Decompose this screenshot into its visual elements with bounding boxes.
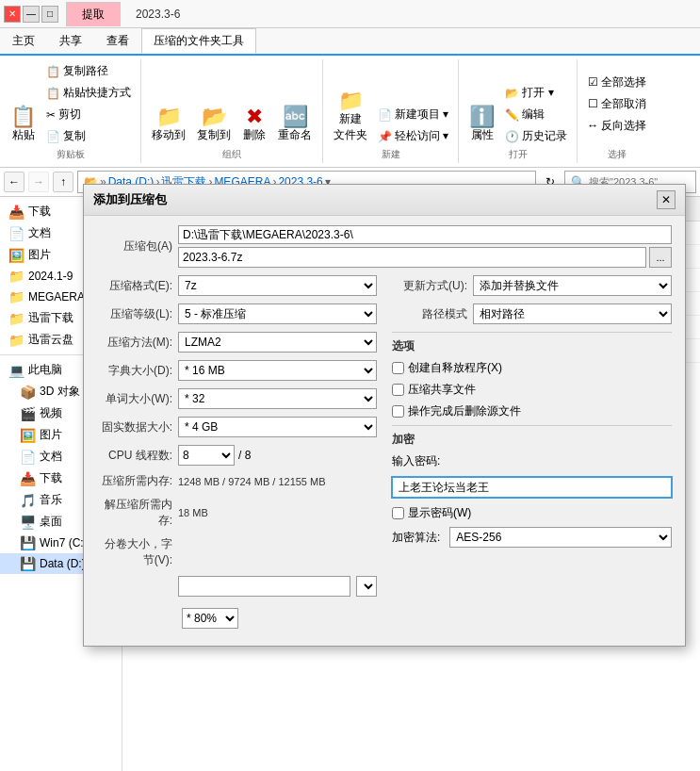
dict-label: 字典大小(D): [97, 363, 172, 379]
sidebar-label-win7c: Win7 (C:) [40, 536, 88, 550]
forward-button[interactable]: → [28, 172, 49, 192]
cut-icon: ✂ [46, 108, 56, 122]
group-select: ☑ 全部选择 ☐ 全部取消 ↔ 反向选择 选择 [578, 59, 656, 163]
password-input[interactable] [392, 477, 672, 498]
rename-button[interactable]: 🔤 重命名 [273, 104, 317, 146]
dialog-right: 更新方式(U): 添加并替换文件 路径模式 相对路径 选项 [392, 275, 672, 604]
dict-select[interactable]: * 16 MB [178, 360, 377, 381]
desktop-icon: 🖥️ [19, 515, 36, 530]
select-none-button[interactable]: ☐ 全部取消 [584, 94, 650, 114]
option-shared: 压缩共享文件 [392, 382, 672, 398]
cpu-total-label: / 8 [238, 449, 251, 462]
history-button[interactable]: 🕐 历史记录 [501, 126, 571, 146]
update-select[interactable]: 添加并替换文件 [473, 275, 672, 296]
select-group-label: 选择 [608, 148, 627, 161]
copy-label: 复制 [63, 128, 86, 144]
encrypt-divider [392, 425, 672, 426]
vol-unit-select[interactable] [356, 576, 377, 597]
select-all-button[interactable]: ☑ 全部选择 [584, 73, 650, 92]
sidebar-label-doc2: 文档 [40, 449, 62, 465]
new-item-button[interactable]: 📄 新建项目 ▾ [374, 105, 452, 124]
dialog-close-button[interactable]: ✕ [657, 190, 676, 209]
delete-icon: ✖ [246, 107, 263, 127]
properties-icon: ℹ️ [469, 107, 495, 127]
show-password-checkbox[interactable] [392, 507, 404, 519]
encrypt-method-select[interactable]: AES-256 [449, 527, 672, 548]
delete-button[interactable]: ✖ 删除 [237, 104, 271, 146]
docs-icon: 📄 [8, 226, 24, 241]
compress-ratio-row: * 80% [97, 608, 672, 629]
new-buttons: 📁 新建文件夹 📄 新建项目 ▾ 📌 轻松访问 ▾ [329, 61, 452, 146]
rename-icon: 🔤 [283, 107, 308, 127]
folder-megaera-icon: 📁 [8, 289, 24, 304]
move-icon: 📁 [156, 107, 182, 127]
dict-row: 字典大小(D): * 16 MB [97, 360, 377, 381]
select-none-icon: ☐ [588, 97, 598, 110]
up-button[interactable]: ↑ [53, 172, 73, 192]
edit-label: 编辑 [522, 107, 545, 123]
solid-row: 固实数据大小: * 4 GB [97, 417, 377, 437]
method-select[interactable]: LZMA2 [178, 332, 377, 353]
copy-path-label: 复制路径 [63, 63, 108, 79]
mem-label: 压缩所需内存: [97, 473, 172, 489]
move-to-button[interactable]: 📁 移动到 [147, 104, 190, 146]
open-group-label: 打开 [509, 148, 528, 161]
solid-select[interactable]: * 4 GB [178, 417, 377, 437]
format-select[interactable]: 7z [178, 275, 377, 296]
archive-path-input[interactable] [178, 225, 672, 244]
password-prompt-row: 输入密码: [392, 453, 672, 469]
paste-shortcut-button[interactable]: 📋 粘贴快捷方式 [42, 83, 135, 103]
minimize-button[interactable]: — [23, 6, 40, 23]
word-select[interactable]: * 32 [178, 388, 377, 409]
easy-access-label: 轻松访问 ▾ [395, 128, 448, 144]
level-select[interactable]: 5 - 标准压缩 [178, 303, 377, 324]
download-icon: 📥 [8, 205, 24, 220]
dialog-title-bar: 添加到压缩包 ✕ [84, 185, 685, 216]
options-divider [392, 332, 672, 333]
properties-button[interactable]: ℹ️ 属性 [464, 104, 499, 146]
video-icon: 🎬 [19, 406, 36, 421]
edit-icon: ✏️ [505, 108, 519, 122]
path-select[interactable]: 相对路径 [473, 303, 672, 324]
vol-input[interactable] [178, 576, 350, 597]
cpu-select[interactable]: 8 [178, 445, 235, 466]
folder-2024-icon: 📁 [8, 269, 24, 284]
invert-select-button[interactable]: ↔ 反向选择 [583, 116, 650, 136]
back-button[interactable]: ← [4, 172, 24, 192]
selfextract-checkbox[interactable] [392, 362, 404, 374]
copy-button[interactable]: 📄 复制 [42, 126, 135, 146]
sidebar-label-pictures: 图片 [28, 247, 51, 263]
delete-src-checkbox[interactable] [392, 405, 404, 418]
tab-home[interactable]: 主页 [0, 28, 47, 54]
vol-label: 分卷大小，字节(V): [97, 536, 172, 568]
new-item-icon: 📄 [378, 108, 392, 122]
group-new: 📁 新建文件夹 📄 新建项目 ▾ 📌 轻松访问 ▾ 新建 [323, 59, 459, 163]
edit-button[interactable]: ✏️ 编辑 [501, 105, 571, 124]
archive-name-input[interactable] [178, 247, 646, 268]
pct-select[interactable]: * 80% [182, 608, 238, 629]
paste-button[interactable]: 📋 粘贴 [6, 104, 41, 146]
browse-button[interactable]: ... [649, 247, 672, 268]
dialog-left: 压缩格式(E): 7z 压缩等级(L): 5 - 标准压缩 [97, 275, 377, 604]
tab-view[interactable]: 查看 [94, 28, 141, 54]
dialog-two-col: 压缩格式(E): 7z 压缩等级(L): 5 - 标准压缩 [97, 275, 672, 604]
copy-path-button[interactable]: 📋 复制路径 [42, 61, 135, 81]
easy-access-button[interactable]: 📌 轻松访问 ▾ [374, 126, 452, 146]
new-folder-button[interactable]: 📁 新建文件夹 [329, 88, 372, 146]
shared-checkbox[interactable] [392, 384, 404, 396]
move-label: 移动到 [152, 127, 186, 143]
rename-label: 重命名 [278, 127, 312, 143]
ribbon-content: 📋 粘贴 📋 复制路径 📋 粘贴快捷方式 ✂ 剪切 [0, 54, 700, 167]
copy-to-button[interactable]: 📂 复制到 [192, 104, 236, 146]
encrypt-method-row: 加密算法: AES-256 [392, 527, 672, 548]
open-button[interactable]: 📂 打开 ▾ [501, 83, 571, 103]
sidebar-label-thispc: 此电脑 [28, 362, 62, 378]
solid-label: 固实数据大小: [97, 419, 172, 435]
maximize-button[interactable]: □ [41, 6, 58, 23]
tab-share[interactable]: 共享 [47, 28, 94, 54]
cut-button[interactable]: ✂ 剪切 [42, 105, 135, 124]
sidebar-label-cloud: 迅雷云盘 [28, 332, 73, 348]
close-button[interactable]: ✕ [4, 6, 21, 23]
vol-row: 分卷大小，字节(V): [97, 536, 377, 568]
tab-compress-tools[interactable]: 压缩的文件夹工具 [141, 28, 256, 54]
